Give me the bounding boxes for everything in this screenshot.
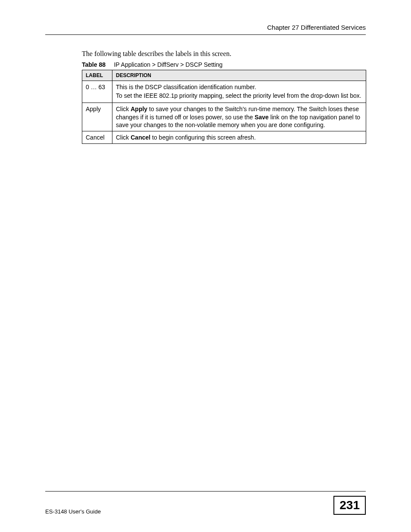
desc-bold: Apply (131, 106, 147, 112)
table-row: Cancel Click Cancel to begin configuring… (82, 131, 366, 143)
table-header-row: LABEL DESCRIPTION (82, 70, 366, 81)
table-row: 0 … 63 This is the DSCP classification i… (82, 81, 366, 103)
cell-label: Cancel (82, 131, 112, 143)
cell-description: Click Cancel to begin configuring this s… (112, 131, 366, 143)
column-header-description: DESCRIPTION (112, 70, 366, 81)
desc-line: This is the DSCP classification identifi… (116, 83, 362, 91)
page-footer: ES-3148 User's Guide 231 (45, 491, 366, 515)
cell-description: This is the DSCP classification identifi… (112, 81, 366, 103)
page-number: 231 (333, 496, 366, 515)
page-header: Chapter 27 Differentiated Services (45, 24, 366, 35)
description-table: LABEL DESCRIPTION 0 … 63 This is the DSC… (82, 70, 366, 144)
cell-description: Click Apply to save your changes to the … (112, 103, 366, 131)
desc-text: Click (116, 134, 131, 141)
desc-line: To set the IEEE 802.1p priority mapping,… (116, 92, 362, 100)
document-page: Chapter 27 Differentiated Services The f… (0, 0, 411, 532)
chapter-title: Chapter 27 Differentiated Services (267, 24, 366, 31)
desc-text: Click (116, 106, 131, 112)
desc-bold: Save (255, 114, 269, 121)
intro-paragraph: The following table describes the labels… (82, 50, 366, 58)
table-caption: Table 88 IP Application > DiffServ > DSC… (82, 61, 366, 68)
cell-label: 0 … 63 (82, 81, 112, 103)
column-header-label: LABEL (82, 70, 112, 81)
table-title: IP Application > DiffServ > DSCP Setting (114, 61, 222, 68)
footer-guide-name: ES-3148 User's Guide (45, 508, 101, 515)
cell-label: Apply (82, 103, 112, 131)
table-row: Apply Click Apply to save your changes t… (82, 103, 366, 131)
desc-bold: Cancel (131, 134, 150, 141)
desc-text: to begin configuring this screen afresh. (150, 134, 255, 141)
table-number: Table 88 (82, 61, 106, 68)
